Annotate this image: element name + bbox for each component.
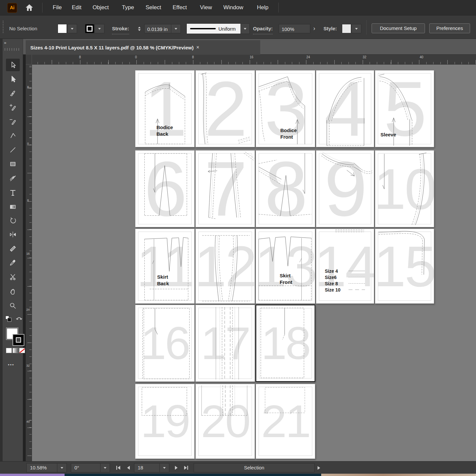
tool-delete-anchor-point[interactable] xyxy=(6,115,20,128)
artboard-21[interactable]: 21 xyxy=(256,384,315,459)
artboard-13[interactable]: 13 SkirtFront xyxy=(256,229,315,304)
zoom-level-field[interactable]: 10.58% xyxy=(26,463,57,472)
artboard-8[interactable]: 8 xyxy=(256,150,315,227)
menu-select[interactable]: Select xyxy=(146,0,161,15)
style-swatch[interactable] xyxy=(342,24,351,33)
artboard-10[interactable]: 10 xyxy=(375,150,434,227)
artboard-4[interactable]: 4 xyxy=(316,70,374,147)
tool-paintbrush[interactable] xyxy=(6,172,20,184)
previous-artboard-button[interactable] xyxy=(124,464,132,472)
tool-measure[interactable] xyxy=(6,242,20,255)
color-mode-none-icon[interactable] xyxy=(19,348,25,353)
menu-object[interactable]: Object xyxy=(93,0,109,15)
opacity-input[interactable]: 100% xyxy=(279,24,310,33)
fill-color-dropdown[interactable] xyxy=(67,24,77,33)
artboard-number-dropdown[interactable] xyxy=(159,463,169,472)
legend-label: Size 8 xyxy=(325,281,349,286)
rectangle-icon xyxy=(9,160,16,168)
artboard-1[interactable]: 1 BodiceBack xyxy=(135,70,195,147)
default-fill-stroke-icon[interactable] xyxy=(5,315,13,323)
tool-add-anchor-point[interactable] xyxy=(6,101,20,114)
artboard-12[interactable]: 12 xyxy=(195,229,255,304)
color-mode-color-icon[interactable] xyxy=(6,348,12,353)
artboard-17[interactable]: 17 xyxy=(195,305,255,382)
tool-type[interactable] xyxy=(6,186,20,199)
artboard-19[interactable]: 19 xyxy=(135,384,195,459)
stepper-down-icon[interactable] xyxy=(138,29,141,31)
tool-selection[interactable] xyxy=(6,59,20,71)
artboard-6[interactable]: 6 xyxy=(135,150,195,227)
artboard-16[interactable]: 16 xyxy=(135,305,195,382)
panel-grip[interactable] xyxy=(3,21,4,34)
artboard-7[interactable]: 7 xyxy=(195,150,255,227)
tool-direct-selection[interactable] xyxy=(6,73,20,85)
menu-type[interactable]: Type xyxy=(122,0,134,15)
stroke-color-swatch[interactable] xyxy=(85,24,94,33)
vertical-ruler[interactable]: 8 0 8 16 24 32 40 xyxy=(26,65,32,461)
tool-zoom[interactable] xyxy=(6,299,20,312)
canvas-pasteboard[interactable]: 1 BodiceBack 2 xyxy=(32,65,476,461)
document-setup-button[interactable]: Document Setup xyxy=(372,23,425,33)
preferences-button[interactable]: Preferences xyxy=(429,23,470,33)
horizontal-ruler[interactable]: 8 0 8 16 24 32 40 xyxy=(32,55,476,65)
menu-file[interactable]: File xyxy=(53,0,62,15)
artboard-20[interactable]: 20 xyxy=(195,384,255,459)
status-expand-button[interactable] xyxy=(315,464,323,472)
menu-effect[interactable]: Effect xyxy=(173,0,187,15)
opacity-panel-arrow[interactable]: › xyxy=(310,24,319,33)
width-profile-preview[interactable]: Uniform xyxy=(186,23,241,34)
panel-grip-dots[interactable] xyxy=(5,48,20,51)
tool-eyedropper[interactable] xyxy=(6,257,20,269)
swap-fill-stroke-icon[interactable] xyxy=(15,315,23,323)
stroke-weight-input[interactable]: 0.0139 in xyxy=(144,24,171,33)
fill-color-swatch[interactable] xyxy=(58,24,67,33)
artboard-number-field[interactable]: 18 xyxy=(134,463,160,472)
artboard-11[interactable]: 11 SkirtBack xyxy=(135,229,195,304)
tool-line-segment[interactable] xyxy=(6,144,20,156)
artboard-9[interactable]: 9 xyxy=(316,150,374,227)
ruler-origin[interactable] xyxy=(26,55,32,65)
collapse-panel-icon[interactable]: » xyxy=(4,40,6,45)
color-mode-gradient-icon[interactable] xyxy=(13,348,18,353)
more-tools-icon[interactable]: ••• xyxy=(8,362,14,367)
tool-scissors[interactable] xyxy=(6,271,20,283)
none-slash xyxy=(19,348,25,353)
artboard-15[interactable]: 15 xyxy=(375,229,434,304)
opacity-label[interactable]: Opacity: xyxy=(253,23,273,34)
stroke-swatch-large[interactable] xyxy=(13,334,24,346)
stroke-color-dropdown[interactable] xyxy=(95,24,104,33)
tool-rectangle[interactable] xyxy=(6,158,20,170)
status-tool-indicator[interactable]: Selection xyxy=(194,463,315,472)
stepper-up-icon[interactable] xyxy=(138,27,141,28)
tool-reflect[interactable] xyxy=(6,228,20,241)
width-profile-dropdown[interactable] xyxy=(240,23,250,34)
artboard-2[interactable]: 2 xyxy=(195,70,255,147)
stroke-weight-dropdown[interactable] xyxy=(171,24,181,33)
illustrator-app-icon[interactable]: Ai xyxy=(7,3,17,13)
tool-anchor-point[interactable] xyxy=(6,129,20,142)
next-artboard-button[interactable] xyxy=(173,464,181,472)
tool-hand[interactable] xyxy=(6,285,20,298)
artboard-18-active[interactable]: 18 xyxy=(256,305,315,382)
menu-view[interactable]: View xyxy=(200,0,212,15)
tool-pen[interactable] xyxy=(6,87,20,99)
artboard-14[interactable]: 14 Size 4 Size6 Size 8 Si xyxy=(316,229,374,304)
menu-help[interactable]: Help xyxy=(257,0,268,15)
tool-rotate[interactable] xyxy=(6,214,20,227)
artboard-3[interactable]: 3 BodiceFront xyxy=(256,70,315,147)
tab-close-icon[interactable]: × xyxy=(196,44,199,50)
rotation-dropdown[interactable] xyxy=(100,463,110,472)
home-icon[interactable] xyxy=(25,3,34,12)
first-artboard-button[interactable] xyxy=(114,464,123,472)
style-dropdown[interactable] xyxy=(351,24,361,33)
artboard-5[interactable]: 5 Sleeve xyxy=(375,70,434,147)
menu-window[interactable]: Window xyxy=(223,0,243,15)
stroke-weight-stepper[interactable] xyxy=(136,24,143,33)
last-artboard-button[interactable] xyxy=(182,464,191,472)
menu-edit[interactable]: Edit xyxy=(72,0,81,15)
zoom-level-dropdown[interactable] xyxy=(57,463,67,472)
tool-gradient[interactable] xyxy=(6,201,20,213)
document-tab[interactable]: Sizes 4-10 Print Layout 8.5 X 11 layers.… xyxy=(26,40,260,55)
stroke-weight-label[interactable]: Stroke: xyxy=(112,23,129,34)
rotation-field[interactable]: 0° xyxy=(71,463,100,472)
